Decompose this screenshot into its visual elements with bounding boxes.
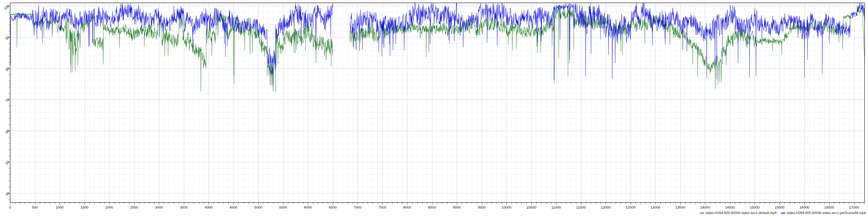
x-tick-label: 3000: [155, 205, 163, 209]
x-tick-label: 15000: [750, 205, 760, 209]
x-tick-label: 10000: [501, 205, 511, 209]
legend-item-default: video-H264-800-6000k-video-avc1-default.…: [700, 211, 777, 215]
x-tick-label: 15500: [775, 205, 784, 209]
legend-label-default: video-H264-800-6000k-video-avc1-default.…: [706, 211, 777, 215]
chart-legend: video-H264-800-6000k-video-avc1-default.…: [700, 211, 866, 215]
x-tick-label: 17000: [849, 205, 859, 209]
x-tick-label: 0: [9, 205, 11, 209]
x-tick-label: 9000: [453, 205, 461, 209]
x-tick-label: 12000: [601, 205, 611, 209]
x-tick-label: 500: [32, 205, 38, 209]
x-tick-label: 1000: [56, 205, 64, 209]
x-tick-label: 1500: [81, 205, 88, 209]
legend-label-perscene: video-H264-800-6000k-video-avc1-perScene…: [787, 211, 866, 215]
x-tick-label: 6000: [304, 205, 312, 209]
plot-canvas: [0, 0, 868, 217]
x-tick-label: 9500: [478, 205, 486, 209]
legend-line-sample-green: [700, 213, 704, 214]
x-tick-label: 7500: [378, 205, 386, 209]
legend-line-sample-blue: [781, 213, 785, 214]
x-tick-label: 6500: [329, 205, 337, 209]
x-tick-label: 14000: [700, 205, 710, 209]
x-tick-label: 4000: [205, 205, 213, 209]
x-tick-label: 11000: [552, 205, 561, 209]
x-tick-label: 8500: [428, 205, 436, 209]
x-tick-label: 5000: [254, 205, 262, 209]
x-tick-label: 3500: [180, 205, 188, 209]
x-tick-label: 4500: [229, 205, 237, 209]
x-tick-label: 12500: [626, 205, 636, 209]
vmaf-line-chart: 0500100015002000250030003500400045005000…: [0, 0, 868, 217]
legend-item-perscene: video-H264-800-6000k-video-avc1-perScene…: [781, 211, 866, 215]
x-tick-label: 10500: [527, 205, 536, 209]
x-tick-label: 7000: [354, 205, 362, 209]
x-tick-label: 5500: [279, 205, 287, 209]
x-tick-label: 16500: [824, 205, 834, 209]
x-tick-label: 2500: [130, 205, 138, 209]
x-tick-label: 2000: [105, 205, 113, 209]
x-tick-label: 13500: [675, 205, 685, 209]
x-tick-label: 11500: [576, 205, 586, 209]
x-tick-label: 14500: [725, 205, 735, 209]
x-tick-label: 16000: [799, 205, 809, 209]
x-tick-label: 13000: [650, 205, 660, 209]
x-tick-label: 8000: [403, 205, 411, 209]
